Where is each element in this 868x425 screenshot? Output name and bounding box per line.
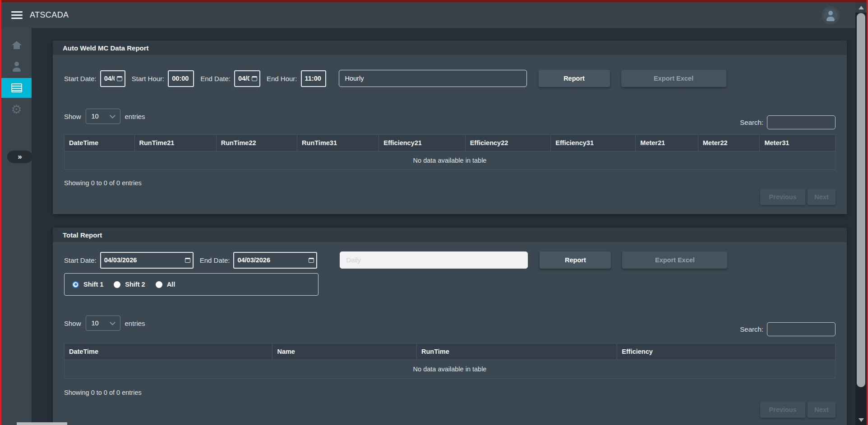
auto-weld-data-table: DateTime RunTime21 RunTime22 RunTime31 E… <box>64 134 836 170</box>
next-page-button[interactable]: Next <box>808 189 836 205</box>
radio-selected-icon <box>72 281 79 288</box>
home-icon <box>12 41 22 49</box>
column-header[interactable]: DateTime <box>65 135 135 151</box>
empty-table-message: No data available in table <box>65 151 836 170</box>
window-border-left <box>0 0 1 425</box>
sidebar-item-home[interactable] <box>1 35 32 55</box>
report-button[interactable]: Report <box>540 251 611 269</box>
empty-table-message: No data available in table <box>65 360 836 379</box>
column-header[interactable]: Name <box>272 343 417 360</box>
chevron-down-icon <box>110 113 115 119</box>
export-excel-button[interactable]: Export Excel <box>621 70 726 87</box>
vertical-scrollbar[interactable] <box>855 2 867 425</box>
scrollbar-up-button[interactable] <box>855 2 867 13</box>
total-report-data-table: DateTime Name RunTime Efficiency No data… <box>64 343 836 379</box>
next-page-button[interactable]: Next <box>808 402 836 418</box>
end-date-input[interactable] <box>234 70 260 87</box>
sidebar-item-reports[interactable] <box>1 78 32 98</box>
page-length-value: 10 <box>92 320 99 327</box>
table-controls-row: Show 10 entries Search: <box>64 103 836 129</box>
column-header[interactable]: Efficiency22 <box>465 135 551 151</box>
user-avatar-button[interactable] <box>822 6 840 24</box>
start-hour-label: Start Hour: <box>132 75 165 82</box>
column-header[interactable]: Efficiency31 <box>551 135 636 151</box>
auto-weld-filter-row: Start Date: Start Hour: End Date: End Ho… <box>64 70 836 87</box>
start-hour-input[interactable] <box>168 70 194 87</box>
column-header[interactable]: Meter22 <box>698 135 760 151</box>
page-length-select[interactable]: 10 <box>86 315 120 331</box>
column-header[interactable]: RunTime21 <box>134 135 216 151</box>
radio-option-shift1[interactable]: Shift 1 <box>72 281 103 288</box>
app-title: ATSCADA <box>30 10 69 20</box>
double-chevron-right-icon: » <box>18 152 22 161</box>
empty-table-row: No data available in table <box>65 151 836 170</box>
export-excel-button[interactable]: Export Excel <box>622 251 727 269</box>
scrollbar-down-button[interactable] <box>855 415 867 425</box>
radio-unselected-icon <box>156 281 162 288</box>
report-button[interactable]: Report <box>539 70 610 87</box>
end-hour-input[interactable] <box>301 70 326 87</box>
table-header-row: DateTime RunTime21 RunTime22 RunTime31 E… <box>65 135 836 151</box>
radio-unselected-icon <box>114 281 120 288</box>
shift-radio-group: Shift 1 Shift 2 All <box>64 273 319 296</box>
sidebar-expand-button[interactable]: » <box>7 151 32 163</box>
column-header[interactable]: Meter21 <box>636 135 698 151</box>
search-label: Search: <box>740 325 763 333</box>
sidebar-item-user[interactable] <box>1 57 32 77</box>
search-input[interactable] <box>767 322 836 336</box>
pagination: Previous Next <box>64 402 836 418</box>
total-report-panel: Total Report Start Date: End Date: Repor… <box>53 228 847 425</box>
entries-label: entries <box>125 113 145 120</box>
column-header[interactable]: RunTime31 <box>297 135 379 151</box>
show-label: Show <box>64 320 81 327</box>
end-date-label: End Date: <box>200 75 231 82</box>
previous-page-button[interactable]: Previous <box>760 402 805 418</box>
total-report-filter-row: Start Date: End Date: Report Export Exce… <box>64 251 836 269</box>
column-header[interactable]: Efficiency <box>617 343 836 360</box>
arrow-up-icon <box>859 6 864 9</box>
sidebar-nav: ⚙ » <box>1 28 32 425</box>
table-controls-row: Show 10 entries Search: <box>64 310 836 336</box>
column-header[interactable]: RunTime <box>417 343 617 360</box>
atscada-app-window: ATSCADA ⚙ » Auto Weld MC Data Report <box>0 0 868 425</box>
column-header[interactable]: RunTime22 <box>216 135 297 151</box>
hamburger-menu-icon[interactable] <box>11 11 23 19</box>
table-header-row: DateTime Name RunTime Efficiency <box>65 343 836 360</box>
table-info-text: Showing 0 to 0 of 0 entries <box>64 179 836 187</box>
arrow-down-icon <box>859 418 864 422</box>
column-header[interactable]: Meter31 <box>760 135 836 151</box>
panel-title-total-report: Total Report <box>53 228 847 242</box>
column-header[interactable]: DateTime <box>65 343 272 360</box>
top-navbar: ATSCADA <box>1 2 855 28</box>
end-hour-label: End Hour: <box>267 75 297 82</box>
table-info-text: Showing 0 to 0 of 0 entries <box>64 389 836 396</box>
page-length-value: 10 <box>92 113 99 120</box>
radio-option-all[interactable]: All <box>156 281 175 288</box>
sidebar-item-settings[interactable]: ⚙ <box>1 99 32 119</box>
page-length-select[interactable]: 10 <box>86 109 120 124</box>
scrollbar-thumb[interactable] <box>857 13 865 387</box>
start-date-label: Start Date: <box>64 75 97 82</box>
search-input[interactable] <box>767 115 836 129</box>
user-avatar-icon <box>824 9 837 22</box>
previous-page-button[interactable]: Previous <box>760 189 805 205</box>
end-date-input[interactable] <box>233 252 317 269</box>
interval-input[interactable] <box>339 70 527 87</box>
radio-option-shift2[interactable]: Shift 2 <box>114 281 145 288</box>
start-date-input[interactable] <box>100 252 194 269</box>
report-list-icon <box>11 83 22 92</box>
auto-weld-report-panel: Auto Weld MC Data Report Start Date: Sta… <box>53 41 847 214</box>
user-icon <box>12 62 21 72</box>
end-date-label: End Date: <box>200 256 230 264</box>
start-date-input[interactable] <box>100 70 125 87</box>
start-date-label: Start Date: <box>64 256 97 264</box>
panel-title-auto-weld: Auto Weld MC Data Report <box>53 41 847 55</box>
column-header[interactable]: Efficiency21 <box>379 135 465 151</box>
chevron-down-icon <box>110 320 115 325</box>
pagination: Previous Next <box>64 189 836 205</box>
empty-table-row: No data available in table <box>65 360 836 379</box>
entries-label: entries <box>125 320 145 327</box>
show-label: Show <box>64 113 81 120</box>
horizontal-scrollbar-thumb[interactable] <box>17 422 67 425</box>
main-content: Auto Weld MC Data Report Start Date: Sta… <box>32 28 855 425</box>
